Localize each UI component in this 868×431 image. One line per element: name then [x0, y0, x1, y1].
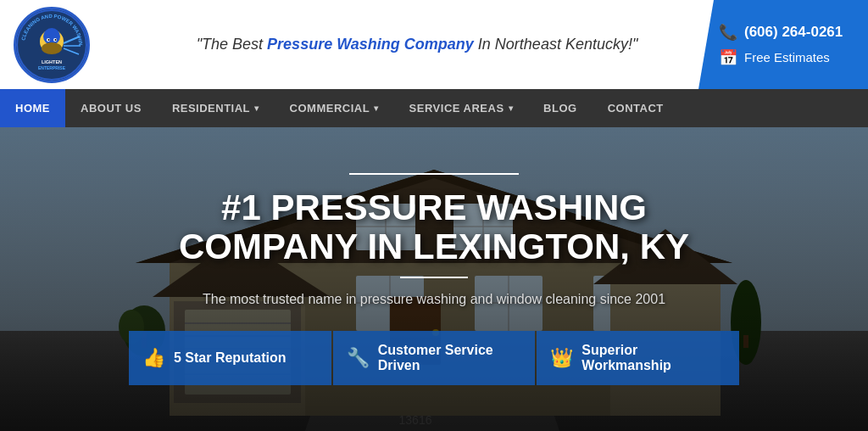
nav-item-service-areas[interactable]: SERVICE AREAS ▾: [394, 89, 528, 127]
estimates-label: Free Estimates: [744, 50, 830, 64]
hero-title: #1 PRESSURE WASHING COMPANY IN LEXINGTON…: [179, 188, 689, 266]
svg-point-8: [55, 39, 57, 41]
hero-divider-bottom: [400, 277, 468, 278]
thumbs-up-icon: 👍: [142, 347, 165, 369]
badge-reputation-label: 5 Star Reputation: [174, 350, 286, 366]
nav-item-commercial[interactable]: COMMERCIAL ▾: [275, 89, 394, 127]
caret-icon: ▾: [254, 104, 259, 113]
contact-area: 📞 (606) 264-0261 📅 Free Estimates: [698, 0, 868, 89]
badge-workmanship-label: Superior Workmanship: [581, 343, 726, 373]
phone-number: (606) 264-0261: [744, 24, 843, 41]
nav-item-contact[interactable]: CONTACT: [593, 89, 679, 127]
tagline-text-before: "The Best: [197, 36, 267, 53]
estimates-display[interactable]: 📅 Free Estimates: [719, 48, 848, 67]
hero-subtitle: The most trusted name in pressure washin…: [203, 292, 665, 307]
tagline-highlight: Pressure Washing Company: [267, 36, 474, 53]
hero-section: 13616 #1 PRESSURE WASHING COMPANY IN LEX…: [0, 127, 868, 431]
svg-text:LIGHTEN: LIGHTEN: [42, 59, 62, 64]
svg-point-4: [42, 42, 62, 54]
badge-customer-service-label: Customer Service Driven: [378, 343, 522, 373]
crown-icon: 👑: [550, 347, 573, 369]
hero-content: #1 PRESSURE WASHING COMPANY IN LEXINGTON…: [0, 127, 868, 431]
service-icon: 🔧: [347, 347, 370, 369]
logo-area[interactable]: CLEANING AND POWER WASHING LIGHTEN ENTER: [0, 0, 136, 90]
nav-item-about[interactable]: ABOUT US: [65, 89, 157, 127]
badge-customer-service: 🔧 Customer Service Driven: [333, 331, 536, 385]
nav-item-home[interactable]: HOME: [0, 89, 65, 127]
header-tagline: "The Best Pressure Washing Company In No…: [136, 36, 698, 53]
hero-badges: 👍 5 Star Reputation 🔧 Customer Service D…: [129, 331, 739, 385]
caret-icon: ▾: [374, 104, 379, 113]
site-header: CLEANING AND POWER WASHING LIGHTEN ENTER: [0, 0, 868, 89]
badge-workmanship: 👑 Superior Workmanship: [537, 331, 739, 385]
calendar-icon: 📅: [719, 48, 737, 67]
badge-reputation: 👍 5 Star Reputation: [129, 331, 331, 385]
svg-point-7: [48, 39, 50, 41]
phone-display[interactable]: 📞 (606) 264-0261: [719, 23, 848, 42]
phone-icon: 📞: [719, 23, 737, 42]
nav-item-residential[interactable]: RESIDENTIAL ▾: [157, 89, 275, 127]
logo: CLEANING AND POWER WASHING LIGHTEN ENTER: [14, 7, 90, 83]
hero-divider-top: [349, 173, 519, 175]
nav-item-blog[interactable]: BLOG: [528, 89, 593, 127]
tagline-text-after: In Northeast Kentucky!": [474, 36, 637, 53]
caret-icon: ▾: [509, 104, 514, 113]
main-nav: HOME ABOUT US RESIDENTIAL ▾ COMMERCIAL ▾…: [0, 89, 868, 127]
svg-text:ENTERPRISE: ENTERPRISE: [38, 65, 66, 70]
